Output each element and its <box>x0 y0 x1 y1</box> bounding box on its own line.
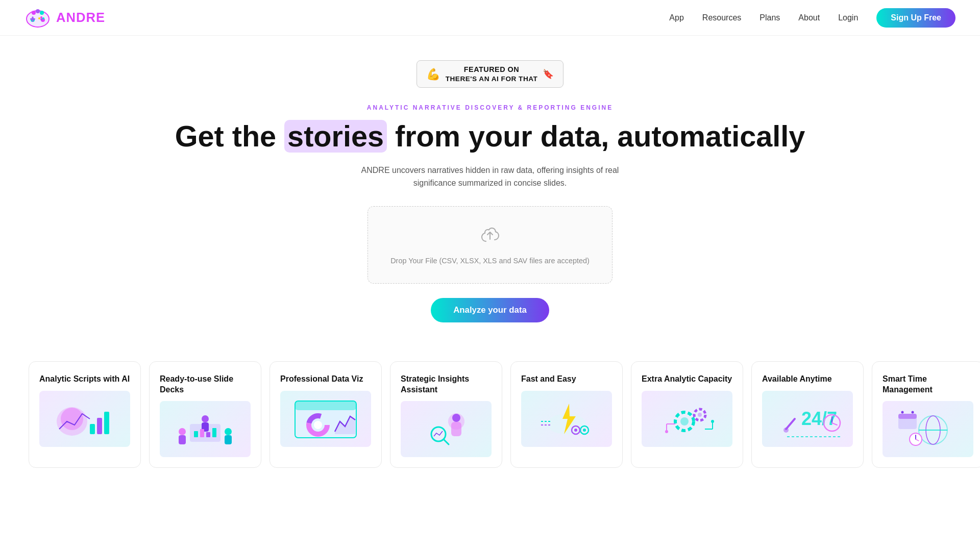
svg-point-59 <box>783 428 789 433</box>
illus-svg-1 <box>44 393 126 444</box>
svg-rect-26 <box>200 429 204 437</box>
nav-plans[interactable]: Plans <box>760 13 780 22</box>
feature-image-5 <box>521 391 612 447</box>
dropzone-wrapper: Drop Your File (CSV, XLSX, XLS and SAV f… <box>368 206 612 284</box>
illus-svg-5 <box>526 393 607 444</box>
illus-svg-4 <box>405 404 487 455</box>
svg-rect-20 <box>179 435 186 444</box>
feature-image-7: 24/7 <box>762 391 853 447</box>
svg-rect-15 <box>90 424 95 434</box>
svg-point-6 <box>40 16 42 18</box>
feature-title-4: Strategic Insights Assistant <box>401 374 492 395</box>
svg-point-9 <box>38 17 40 19</box>
svg-point-12 <box>40 11 44 15</box>
feature-title-3: Professional Data Viz <box>280 374 371 385</box>
svg-point-55 <box>665 430 668 433</box>
svg-point-48 <box>680 417 689 425</box>
svg-rect-25 <box>194 431 198 437</box>
svg-point-19 <box>179 428 186 435</box>
feature-title-6: Extra Analytic Capacity <box>642 374 732 385</box>
svg-rect-30 <box>295 401 356 410</box>
svg-point-69 <box>901 411 904 414</box>
hero-title-highlight: stories <box>284 120 387 153</box>
svg-rect-36 <box>451 422 461 436</box>
svg-point-56 <box>711 420 714 423</box>
signup-button[interactable]: Sign Up Free <box>876 8 955 28</box>
svg-point-7 <box>42 17 44 19</box>
feature-card-4: Strategic Insights Assistant <box>390 361 502 468</box>
svg-line-58 <box>786 419 795 429</box>
nav-links: App Resources Plans About Login Sign Up … <box>669 8 955 28</box>
svg-point-35 <box>452 414 460 422</box>
feature-image-3 <box>280 391 371 447</box>
feature-image-8 <box>883 401 973 457</box>
nav-about[interactable]: About <box>798 13 820 22</box>
feature-card-1: Analytic Scripts with AI <box>29 361 141 468</box>
svg-rect-68 <box>898 414 917 419</box>
featured-bookmark-icon: 🔖 <box>543 69 554 80</box>
feature-card-6: Extra Analytic Capacity <box>631 361 743 468</box>
illus-svg-6 <box>646 393 728 444</box>
svg-point-8 <box>40 18 42 20</box>
feature-title-5: Fast and Easy <box>521 374 612 385</box>
feature-image-1 <box>39 391 130 447</box>
upload-icon <box>479 225 501 249</box>
svg-point-21 <box>225 428 232 435</box>
feature-card-8: Smart Time Management <box>872 361 980 468</box>
svg-rect-16 <box>97 418 102 434</box>
svg-point-33 <box>314 421 322 429</box>
feature-image-4 <box>401 401 492 457</box>
navbar: ANDRE App Resources Plans About Login Si… <box>0 0 980 36</box>
svg-point-11 <box>36 9 40 13</box>
feature-card-2: Ready-to-use Slide Decks <box>149 361 261 468</box>
svg-point-46 <box>574 429 577 432</box>
feature-image-2 <box>160 401 251 457</box>
hero-title-after: from your data, automatically <box>387 120 805 153</box>
analyze-button[interactable]: Analyze your data <box>431 298 549 322</box>
feature-title-8: Smart Time Management <box>883 374 973 395</box>
hero-title-before: Get the <box>175 120 284 153</box>
logo-link[interactable]: ANDRE <box>24 5 105 31</box>
hero-title: Get the stories from your data, automati… <box>12 119 968 153</box>
illus-svg-2 <box>164 404 246 455</box>
illus-svg-8 <box>887 404 969 455</box>
hero-section: 💪 FEATURED ON THERE'S AN AI FOR THAT 🔖 A… <box>0 36 980 341</box>
feature-card-7: Available Anytime 24/7 <box>751 361 864 468</box>
svg-point-50 <box>698 413 702 417</box>
svg-point-44 <box>583 429 586 432</box>
hero-subtitle: ANALYTIC NARRATIVE DISCOVERY & REPORTING… <box>12 104 968 111</box>
svg-rect-17 <box>104 412 109 434</box>
svg-point-23 <box>202 415 209 422</box>
features-section: Analytic Scripts with AI Ready-to-use Sl… <box>0 341 980 493</box>
hero-description: ANDRE uncovers narratives hidden in raw … <box>357 164 623 190</box>
svg-rect-28 <box>212 428 216 437</box>
logo-icon <box>24 5 51 31</box>
featured-site-name: THERE'S AN AI FOR THAT <box>446 75 538 83</box>
dropzone-label: Drop Your File (CSV, XLSX, XLS and SAV f… <box>390 257 590 265</box>
file-dropzone[interactable]: Drop Your File (CSV, XLSX, XLS and SAV f… <box>368 206 612 284</box>
feature-title-1: Analytic Scripts with AI <box>39 374 130 385</box>
svg-rect-5 <box>32 16 34 21</box>
featured-badge: 💪 FEATURED ON THERE'S AN AI FOR THAT 🔖 <box>416 60 564 88</box>
svg-rect-22 <box>225 435 232 444</box>
svg-rect-27 <box>206 432 210 437</box>
illus-svg-7: 24/7 <box>767 393 848 444</box>
feature-title-2: Ready-to-use Slide Decks <box>160 374 251 395</box>
feature-card-5: Fast and Easy <box>510 361 623 468</box>
feature-card-3: Professional Data Viz <box>270 361 382 468</box>
feature-image-6 <box>642 391 732 447</box>
svg-point-10 <box>32 11 36 15</box>
feature-title-7: Available Anytime <box>762 374 853 385</box>
logo-text: ANDRE <box>56 10 105 25</box>
illus-svg-3 <box>285 393 366 444</box>
featured-text: FEATURED ON THERE'S AN AI FOR THAT <box>446 65 538 83</box>
nav-resources[interactable]: Resources <box>702 13 741 22</box>
featured-label: FEATURED ON <box>464 65 519 73</box>
nav-app[interactable]: App <box>669 13 683 22</box>
svg-point-14 <box>61 408 83 430</box>
nav-login[interactable]: Login <box>838 13 858 22</box>
featured-icon: 💪 <box>426 67 440 81</box>
svg-line-38 <box>444 439 449 444</box>
svg-point-70 <box>912 411 914 414</box>
